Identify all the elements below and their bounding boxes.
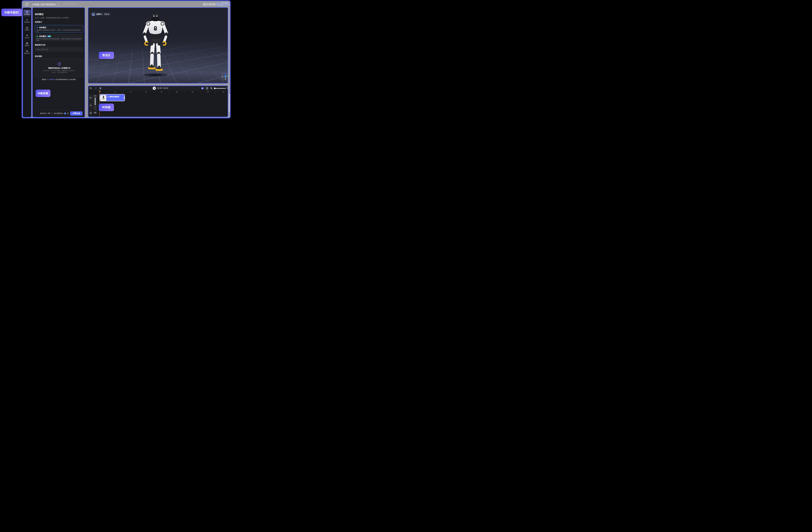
volume-popup: 40% <box>93 94 97 111</box>
snap-toggle-button[interactable] <box>201 87 204 90</box>
task-clock-icon <box>26 50 28 52</box>
panel-title: 动作模仿 <box>35 13 44 16</box>
mode-card-fast[interactable]: 动作模仿 快速模仿普通难度的全身动作，适用于小品戏剧等简单动作的快速演绎 <box>35 25 84 32</box>
annotation-timeline-label: 时间轴 <box>99 103 114 111</box>
timeline-toolbar: 00:00 / 00:30 <box>88 86 228 91</box>
add-video-label: 添加视频 <box>35 55 42 58</box>
deploy-to-device-button[interactable]: 下发到设备 <box>216 2 230 6</box>
audio-track-button[interactable] <box>89 110 93 116</box>
timeline-zoom-slider[interactable] <box>214 88 226 88</box>
runner-icon <box>107 96 109 98</box>
preview-viewport[interactable]: 灵犀X2 青春版 Z Y X <box>88 7 228 84</box>
panel-footer: 剩余积分 300 | 本次消耗积分 10 立即生成 <box>33 110 84 116</box>
video-upload-dropzone[interactable]: 拖拽至此或点击上传视频文件 支持 mp4、avi、mov 等格式，视频长度 30… <box>35 58 84 77</box>
clip-trim-handle-left[interactable] <box>100 97 101 99</box>
robot-download-icon <box>218 3 220 5</box>
sidebar-item-my-tasks[interactable]: 我的任务 <box>24 49 31 56</box>
clip-trim-handle-right[interactable] <box>124 97 125 99</box>
play-button[interactable] <box>153 87 156 90</box>
music-box-icon <box>26 42 28 44</box>
cloud-offline-icon <box>63 3 66 5</box>
material-name-input[interactable] <box>35 47 84 52</box>
project-title: A1机器人动作-我的项目1 <box>32 3 56 6</box>
mode-section-label: 选择模式 <box>35 21 42 23</box>
robot-name: 灵犀X2 <box>96 13 102 15</box>
expression-track-button[interactable] <box>89 94 93 101</box>
star-sparkle-icon <box>37 36 38 37</box>
delete-clip-button[interactable] <box>99 87 102 90</box>
tutorial-overlay-stage: A1机器人动作-我的项目1 文件未保存 合成并保存 下发到设备 <box>0 0 255 120</box>
mode-card-pro[interactable]: 动作模仿 Pro 模仿复杂高精度高动态全身动作复现，适用于舞蹈功夫等丰富表达创作… <box>35 34 84 41</box>
credit-gem-icon <box>64 112 66 114</box>
motion-track-button[interactable] <box>89 102 93 109</box>
timeline-panel: 00:00 / 00:30 0f <box>88 85 228 117</box>
clip-name: 超帅走路姿势 <box>110 96 119 98</box>
pencil-icon <box>58 3 60 5</box>
redo-button[interactable] <box>94 87 97 90</box>
person-icon <box>26 34 28 37</box>
sidebar-item-motion-library[interactable]: 动作库 <box>24 33 31 40</box>
panel-subtitle: 上传个人视频，系统智能转换为机器人动作脚本 <box>35 17 69 19</box>
sparkle-diamonds-icon <box>26 19 28 21</box>
save-icon <box>204 3 206 5</box>
annotation-preview-label: 预览区 <box>99 52 114 59</box>
playback-time: 00:00 / 00:30 <box>157 87 168 89</box>
face-track-icon <box>90 97 92 99</box>
volume-slider[interactable] <box>95 98 96 110</box>
gizmo-neg-axis-dot[interactable] <box>222 76 223 78</box>
upload-hint-line1: 支持 mp4、avi、mov 等格式，视频长度 30 秒以内， <box>43 70 75 71</box>
annotation-nav-label: 功能导航栏 <box>1 9 22 16</box>
gizmo-x-axis-dimmed <box>228 75 229 77</box>
volume-value: 40% <box>94 95 97 97</box>
person-track-icon <box>90 104 92 107</box>
app-logo-icon[interactable] <box>25 3 28 6</box>
fit-clip-button[interactable] <box>206 87 208 90</box>
cost-credits: 本次消耗积分 10 <box>54 112 69 115</box>
volume-slider-handle[interactable] <box>95 103 96 105</box>
upload-hint-line2: 仅中文、英文语言的识别 <box>52 71 67 73</box>
gizmo-y-axis[interactable]: Y <box>224 76 226 78</box>
sidebar-item-expression-library[interactable]: 表情库 <box>24 26 31 32</box>
sidebar-item-audio-arrange[interactable]: 音频编排 <box>24 18 31 24</box>
clip-thumbnail <box>100 95 106 101</box>
app-window: A1机器人动作-我的项目1 文件未保存 合成并保存 下发到设备 <box>21 0 231 118</box>
robot-model-badge[interactable]: 灵犀X2 青春版 <box>91 12 111 17</box>
sidebar-item-motion-mimic[interactable]: 动作模仿 <box>24 10 31 17</box>
zoom-in-icon-dimmed <box>228 87 230 88</box>
sidebar-item-audio-library[interactable]: 音频库 <box>24 41 31 48</box>
material-name-label: 编辑素材名称 <box>35 44 45 46</box>
generate-button[interactable]: 立即生成 <box>70 111 83 115</box>
rename-button[interactable] <box>57 2 61 6</box>
robot-edition: 青春版 <box>104 13 110 15</box>
file-unsaved-status: 文件未保存 <box>62 2 77 6</box>
function-panel: 动作模仿 上传个人视频，系统智能转换为机器人动作脚本 选择模式 动作模仿 快速模… <box>32 7 85 117</box>
titlebar: A1机器人动作-我的项目1 文件未保存 合成并保存 下发到设备 <box>22 1 230 7</box>
zoom-out-button[interactable] <box>210 87 213 90</box>
footer-divider: | <box>52 112 52 114</box>
pro-badge: Pro <box>47 36 51 37</box>
robot-avatar <box>91 13 95 16</box>
upload-requirement-note: 请根据【上传要求】提供清晰完整的真人动作视频 <box>33 79 84 81</box>
film-reel-upload-icon <box>57 62 61 66</box>
function-nav-sidebar: 动作模仿 音频编排 表情库 动作库 音频库 <box>23 7 32 117</box>
play-icon <box>154 88 155 89</box>
orientation-gizmo[interactable]: Z Y X <box>221 72 228 81</box>
annotation-panel-label: 功能面板 <box>35 89 50 97</box>
lightning-icon <box>37 27 38 29</box>
robot-face-icon <box>26 27 28 29</box>
speaker-icon <box>94 112 96 114</box>
ruler-tick-dimmed <box>229 91 230 93</box>
zoom-slider-handle[interactable] <box>214 88 216 89</box>
undo-button[interactable] <box>89 87 92 90</box>
speaker-button[interactable] <box>93 111 97 114</box>
gizmo-neg-axis-dot[interactable] <box>225 78 226 80</box>
gizmo-z-axis[interactable]: Z <box>224 73 226 75</box>
save-compose-button[interactable]: 合成并保存 <box>202 2 217 6</box>
upload-title: 拖拽至此或点击上传视频文件 <box>48 67 71 69</box>
robot-model[interactable] <box>137 14 173 78</box>
upload-requirements-link[interactable]: 【上传要求】 <box>46 79 56 80</box>
timeline-clip-walk-pose[interactable]: 超帅走路姿势 <box>100 94 125 101</box>
remaining-credits: 剩余积分 300 <box>40 112 50 115</box>
timeline-scrollbar[interactable] <box>229 94 230 112</box>
dimmed-right-strip <box>228 7 231 117</box>
